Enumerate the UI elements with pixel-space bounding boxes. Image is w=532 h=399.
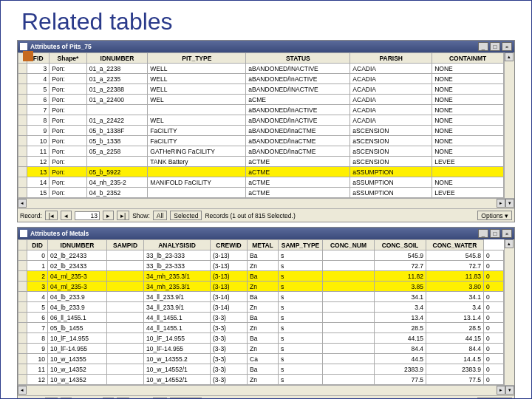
cell[interactable] — [323, 292, 375, 302]
cell[interactable]: 01_a_2235 — [86, 74, 148, 84]
table-row[interactable]: 1210_w_1435210_w_14552/1(3-3)Zns77.577.5… — [18, 375, 504, 385]
cell[interactable]: 84.4 — [426, 344, 484, 354]
cell[interactable]: s — [279, 364, 323, 375]
cell[interactable]: Ba — [248, 313, 279, 323]
row-selector[interactable] — [18, 292, 27, 302]
cell[interactable]: s — [279, 354, 323, 364]
cell[interactable]: 4 — [27, 74, 50, 84]
cell[interactable]: 04_lb_233.9 — [48, 302, 107, 313]
cell[interactable]: aCTME — [246, 188, 350, 198]
cell[interactable]: 7 — [27, 105, 50, 115]
cell[interactable]: WEL — [148, 115, 246, 126]
cell[interactable]: 3.4 — [426, 302, 484, 313]
table-row[interactable]: 13Pon:05_b_5922aCTMEaSSUMPTION — [18, 167, 504, 177]
cell[interactable]: 72.7 — [375, 261, 426, 271]
cell[interactable]: aBANDONED/InACTIVE — [246, 105, 350, 115]
cell[interactable]: 44.15 — [375, 333, 426, 344]
cell[interactable]: 10_w_14552/1 — [144, 364, 211, 375]
cell[interactable]: 545.9 — [375, 250, 426, 261]
cell[interactable]: s — [279, 282, 323, 292]
nav-prev-button[interactable]: ◂ — [61, 211, 72, 220]
table-row[interactable]: 1010_w_1435510_w_14355.2(3-3)Cas44.514.4… — [18, 354, 504, 364]
cell[interactable]: aSSUMPTION — [350, 177, 432, 188]
cell[interactable]: 0 — [484, 364, 504, 375]
cell[interactable]: 02_lb_23433 — [48, 261, 107, 271]
cell[interactable]: 04_lb_233.9 — [48, 292, 107, 302]
cell[interactable]: aCTME — [246, 167, 350, 177]
row-selector[interactable] — [18, 84, 27, 95]
cell[interactable]: (3-3) — [211, 364, 248, 375]
scroll-down-icon[interactable]: ▾ — [505, 199, 514, 208]
cell[interactable]: 34_mh_235.3/1 — [144, 271, 211, 282]
cell[interactable]: 11.83 — [426, 271, 484, 282]
cell[interactable]: Pon: — [50, 105, 86, 115]
cell[interactable]: NONE — [432, 64, 504, 74]
cell[interactable]: 5 — [27, 302, 48, 313]
table-row[interactable]: 4Pon:01_a_2235WELLaBANDONED/InACTIVEACAD… — [18, 74, 504, 84]
row-selector[interactable] — [18, 188, 27, 198]
column-header[interactable]: SAMP_TYPE — [279, 240, 323, 250]
cell[interactable]: 6 — [27, 313, 48, 323]
cell[interactable] — [107, 271, 144, 282]
close-button[interactable]: × — [502, 229, 512, 238]
scroll-right-icon[interactable]: ▸ — [497, 386, 505, 395]
cell[interactable]: WELL — [148, 84, 246, 95]
cell[interactable]: 8 — [27, 333, 48, 344]
table-row[interactable]: 15Pon:04_b_2352aCTMEaSSUMPTIONLEVEE — [18, 188, 504, 198]
cell[interactable]: 04_nh_235-2 — [86, 177, 148, 188]
cell[interactable]: Pon: — [50, 167, 86, 177]
row-selector[interactable] — [18, 364, 27, 375]
cell[interactable] — [107, 282, 144, 292]
cell[interactable]: 10_w_14352 — [48, 375, 107, 385]
column-header[interactable]: STATUS — [246, 53, 350, 64]
cell[interactable]: FaCILITY — [148, 136, 246, 146]
minimize-button[interactable]: _ — [478, 229, 488, 238]
cell[interactable] — [323, 302, 375, 313]
cell[interactable]: Ca — [248, 354, 279, 364]
cell[interactable]: aSSUMPTION — [350, 167, 432, 177]
cell[interactable]: Pon: — [50, 157, 86, 167]
cell[interactable]: 3 — [27, 64, 50, 74]
cell[interactable]: 545.8 — [426, 250, 484, 261]
attribute-table[interactable]: FIDShape*IDNUMBERPIT_TYPESTATUSPARISHCON… — [18, 52, 504, 198]
cell[interactable]: s — [279, 292, 323, 302]
cell[interactable]: 15 — [27, 188, 50, 198]
cell[interactable]: 34_ll_233.9/1 — [144, 292, 211, 302]
row-selector[interactable] — [18, 250, 27, 261]
cell[interactable] — [107, 344, 144, 354]
row-selector[interactable] — [18, 323, 27, 333]
vertical-scrollbar[interactable]: ▴ — [504, 52, 514, 198]
cell[interactable]: aCTME — [246, 177, 350, 188]
cell[interactable]: 0 — [27, 250, 48, 261]
cell[interactable] — [107, 302, 144, 313]
column-header[interactable]: CREWID — [211, 240, 248, 250]
cell[interactable]: 10_w_14352 — [48, 364, 107, 375]
row-selector[interactable] — [18, 146, 27, 157]
cell[interactable]: NONE — [432, 95, 504, 105]
cell[interactable]: 33_lb_23-333 — [144, 250, 211, 261]
cell[interactable]: (3-13) — [211, 271, 248, 282]
cell[interactable]: Pon: — [50, 84, 86, 95]
cell[interactable] — [107, 250, 144, 261]
minimize-button[interactable]: _ — [478, 42, 488, 51]
table-row[interactable]: 5Pon:01_a_22388WELLaBANDONED/INACTIVEACA… — [18, 84, 504, 95]
cell[interactable]: Zn — [248, 261, 279, 271]
cell[interactable]: aSSUMPTION — [350, 188, 432, 198]
table-row[interactable]: 910_lF-14.95510_lF-14.955(3-3)Zns84.484.… — [18, 344, 504, 354]
cell[interactable]: NONE — [432, 115, 504, 126]
cell[interactable]: 0 — [484, 333, 504, 344]
table-row[interactable]: 6Pon:01_a_22400WELaCMEACADIANONE — [18, 95, 504, 105]
cell[interactable]: Ba — [248, 292, 279, 302]
scroll-left-icon[interactable]: ◂ — [18, 386, 27, 395]
cell[interactable]: 34.1 — [375, 292, 426, 302]
cell[interactable]: s — [279, 375, 323, 385]
record-input[interactable] — [75, 211, 100, 220]
row-selector[interactable] — [18, 302, 27, 313]
cell[interactable]: Pon: — [50, 177, 86, 188]
cell[interactable]: aSCENSION — [350, 146, 432, 157]
cell[interactable]: 6 — [27, 95, 50, 105]
cell[interactable]: NONE — [432, 74, 504, 84]
table-row[interactable]: 7Pon:aBANDONED/InACTIVEACADIANONE — [18, 105, 504, 115]
show-selected-button[interactable]: Selected — [170, 211, 202, 220]
cell[interactable]: 8 — [27, 115, 50, 126]
